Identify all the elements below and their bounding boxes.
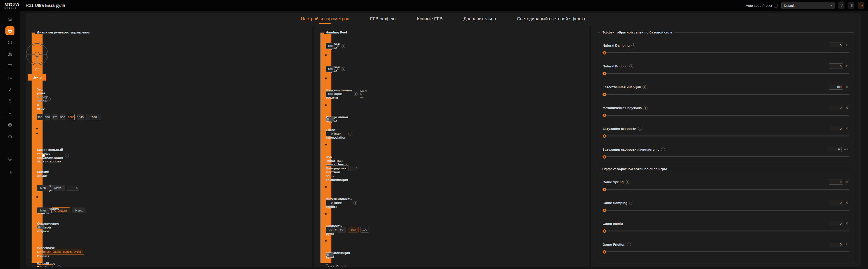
slider-thumb[interactable] bbox=[603, 72, 606, 75]
info-icon[interactable] bbox=[644, 106, 648, 110]
game-friction-value-input[interactable]: 0 bbox=[829, 242, 843, 247]
info-icon[interactable] bbox=[638, 127, 642, 130]
sidebar-item-devices[interactable] bbox=[5, 167, 14, 176]
speed-damping-value-input[interactable]: 0 bbox=[829, 126, 843, 131]
slider-thumb[interactable] bbox=[324, 185, 328, 189]
game-ffb-value-input[interactable]: 100 bbox=[326, 43, 335, 49]
slider-thumb[interactable] bbox=[603, 250, 606, 253]
manage-angles-link[interactable]: Manage Angles bbox=[37, 95, 49, 102]
info-icon[interactable] bbox=[631, 43, 635, 47]
wheel-speed-option-50[interactable]: 50 bbox=[337, 227, 346, 233]
game-ffb-limit-toggle[interactable] bbox=[37, 225, 45, 229]
sidebar-item-dashboard[interactable] bbox=[5, 73, 14, 82]
ffb-limit-standard-button[interactable]: Стандарт bbox=[51, 207, 70, 213]
info-icon[interactable] bbox=[661, 148, 665, 151]
wheel-speed-option-100[interactable]: 100 bbox=[348, 227, 359, 233]
tab-led-effect[interactable]: Светодиодный световой эффект bbox=[517, 16, 586, 24]
wheel-inertia-value-input[interactable]: 2250 bbox=[326, 265, 336, 267]
info-icon[interactable] bbox=[57, 265, 61, 267]
wheel-speed-value-input[interactable]: 100 bbox=[360, 227, 369, 233]
tab-parameter-settings[interactable]: Настройки параметров bbox=[301, 16, 349, 24]
lock-limit-min-button[interactable]: Мин. bbox=[37, 185, 50, 191]
slider-thumb[interactable] bbox=[324, 239, 328, 242]
auto-load-preset-checkbox[interactable] bbox=[774, 4, 778, 7]
sidebar-item-home[interactable] bbox=[5, 14, 14, 24]
game-spring-slider[interactable] bbox=[602, 187, 849, 191]
natural-inertia-slider[interactable] bbox=[602, 92, 849, 96]
lock-limit-value-input[interactable]: 5 bbox=[67, 185, 80, 190]
info-icon[interactable] bbox=[627, 242, 631, 246]
angle-preset-360[interactable]: 360 bbox=[37, 114, 42, 120]
game-inertia-slider[interactable] bbox=[602, 229, 849, 233]
calibrate-start-button[interactable]: Начало bbox=[37, 265, 53, 267]
angle-preset-1440[interactable]: 1440 bbox=[77, 114, 84, 120]
layout-button[interactable] bbox=[848, 2, 855, 9]
tab-advanced[interactable]: Дополнительно bbox=[463, 16, 496, 24]
center-button[interactable]: Центр bbox=[28, 74, 46, 81]
preset-dropdown[interactable]: Default ▾ bbox=[781, 2, 835, 9]
game-angle-thumb[interactable] bbox=[35, 132, 39, 135]
slider-thumb[interactable] bbox=[324, 77, 328, 80]
sidebar-item-settings[interactable] bbox=[5, 155, 14, 164]
slider-thumb[interactable] bbox=[603, 93, 606, 96]
info-icon[interactable] bbox=[629, 64, 633, 68]
slider-thumb[interactable] bbox=[603, 51, 606, 55]
sidebar-item-display[interactable] bbox=[5, 62, 14, 70]
mechanical-spring-value-input[interactable]: 0 bbox=[829, 105, 843, 111]
game-damping-value-input[interactable]: 0 bbox=[829, 200, 843, 205]
angle-preset-540[interactable]: 540 bbox=[45, 114, 50, 120]
info-icon[interactable] bbox=[625, 180, 629, 184]
ffb-limit-max-button[interactable]: Макс. bbox=[72, 207, 86, 213]
natural-inertia-value-input[interactable]: 100 bbox=[829, 84, 843, 90]
ffb-limit-min-button[interactable]: Мин. bbox=[37, 207, 50, 213]
natural-friction-slider[interactable] bbox=[602, 71, 849, 76]
game-ffb-value-input[interactable]: 100 bbox=[326, 66, 335, 72]
slider-thumb[interactable] bbox=[603, 188, 606, 191]
sidebar-item-hub[interactable] bbox=[5, 120, 14, 129]
adjust-button[interactable]: Регулировка bbox=[326, 166, 349, 171]
info-icon[interactable] bbox=[629, 201, 633, 205]
wheel-speed-option-30[interactable]: 30 bbox=[326, 227, 335, 233]
sidebar-item-wheelbase[interactable] bbox=[5, 26, 14, 35]
force-restart-button[interactable]: принудительная перезагрузка bbox=[37, 249, 84, 255]
natural-friction-value-input[interactable]: 0 bbox=[829, 63, 843, 69]
sidebar-item-cloud[interactable] bbox=[5, 132, 14, 141]
info-icon[interactable] bbox=[341, 44, 345, 48]
sidebar-item-seat[interactable] bbox=[5, 109, 14, 118]
info-icon[interactable] bbox=[341, 67, 345, 71]
info-icon[interactable] bbox=[353, 201, 357, 205]
slider-thumb[interactable] bbox=[603, 155, 606, 158]
speed-damping-start-value-input[interactable]: 0 bbox=[827, 147, 841, 152]
angle-preset-900[interactable]: 900 bbox=[60, 114, 65, 120]
tab-ffb-effect[interactable]: FFB эффект bbox=[370, 16, 396, 24]
info-icon[interactable] bbox=[643, 85, 646, 89]
info-icon[interactable] bbox=[348, 132, 352, 136]
angle-value-input[interactable]: 1080 bbox=[86, 114, 101, 120]
sidebar-item-pedals[interactable] bbox=[5, 50, 14, 59]
ffb-interpolation-value-input[interactable]: 0 bbox=[326, 131, 335, 137]
wheel-angle-thumb[interactable] bbox=[35, 127, 39, 130]
center-compensation-value-input[interactable]: 0 bbox=[350, 166, 359, 171]
speed-damping-start-slider[interactable] bbox=[602, 155, 849, 159]
info-icon[interactable] bbox=[65, 154, 69, 157]
game-inertia-value-input[interactable]: 0 bbox=[829, 221, 843, 226]
slider-thumb[interactable] bbox=[603, 114, 606, 117]
slider-thumb[interactable] bbox=[324, 53, 328, 57]
angle-preset-720[interactable]: 720 bbox=[52, 114, 58, 120]
tab-ffb-curves[interactable]: Кривые FFB bbox=[417, 16, 443, 24]
slider-thumb[interactable] bbox=[324, 103, 328, 107]
lock-limit-max-button[interactable]: Макс. bbox=[51, 185, 65, 191]
angle-preset-1080[interactable]: 1080 bbox=[68, 114, 74, 120]
max-torque-value-input[interactable]: 100 bbox=[326, 91, 335, 97]
slider-thumb[interactable] bbox=[324, 143, 328, 146]
slider-thumb[interactable] bbox=[603, 134, 606, 138]
sidebar-item-shifter[interactable] bbox=[5, 97, 14, 106]
slider-thumb[interactable] bbox=[603, 209, 606, 212]
sidebar-item-steering-wheel[interactable] bbox=[5, 38, 14, 47]
slider-thumb[interactable] bbox=[324, 212, 328, 216]
mechanical-spring-slider[interactable] bbox=[602, 113, 849, 117]
speed-damping-slider[interactable] bbox=[602, 134, 849, 138]
max-limit-toggle[interactable] bbox=[37, 154, 45, 157]
more-options-button[interactable]: ⋯ bbox=[858, 2, 864, 9]
game-damping-slider[interactable] bbox=[602, 208, 849, 212]
